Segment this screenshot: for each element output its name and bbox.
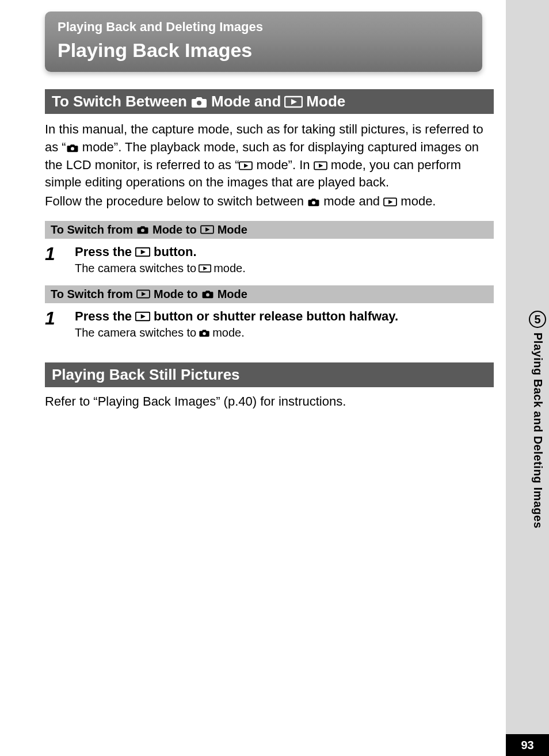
manual-page: 5 Playing Back and Deleting Images 93 Pl…	[0, 0, 549, 756]
text: button.	[154, 245, 197, 259]
playback-icon	[135, 311, 150, 322]
step-number: 1	[45, 245, 62, 275]
playback-icon	[383, 197, 397, 207]
text: mode and	[320, 194, 383, 208]
text: Mode	[306, 93, 345, 110]
camera-icon	[66, 143, 79, 152]
step-body: Press the button. The camera switches to…	[75, 245, 494, 275]
camera-icon	[136, 225, 149, 234]
svg-point-5	[312, 201, 315, 205]
content-area: Playing Back and Deleting Images Playing…	[45, 12, 494, 409]
playback-icon	[239, 161, 253, 170]
text: mode.	[212, 326, 245, 339]
svg-point-7	[141, 229, 144, 232]
text: Mode and	[211, 93, 281, 110]
text: Mode	[218, 223, 247, 236]
side-tab-label: Playing Back and Deleting Images	[531, 333, 544, 529]
section-bar-still-pictures: Playing Back Still Pictures	[45, 362, 494, 387]
banner-title: Playing Back Images	[58, 39, 470, 62]
text: Mode to	[152, 223, 197, 236]
text: Press the	[75, 245, 132, 259]
side-tab: 5 Playing Back and Deleting Images	[526, 311, 549, 587]
text: The camera switches to	[75, 326, 196, 339]
playback-icon	[136, 289, 150, 299]
playback-icon	[199, 264, 211, 273]
text: mode.	[397, 194, 436, 208]
step-body: Press the button or shutter release butt…	[75, 309, 494, 339]
body-paragraph: Follow the procedure below to switch bet…	[45, 193, 494, 211]
text: Press the	[75, 309, 132, 324]
text: Mode to	[154, 288, 198, 301]
step-number: 1	[45, 309, 62, 339]
text: Mode	[218, 288, 247, 301]
step-description: The camera switches to mode.	[75, 262, 494, 275]
step-row: 1 Press the button or shutter release bu…	[45, 309, 494, 339]
sub-bar-playback-to-camera: To Switch from Mode to Mode	[45, 285, 494, 303]
camera-icon	[201, 289, 214, 299]
text: Follow the procedure below to switch bet…	[45, 194, 307, 208]
playback-icon	[284, 96, 303, 108]
step-description: The camera switches to mode.	[75, 326, 494, 339]
text: To Switch from	[51, 288, 133, 301]
section-playing-back-still: Playing Back Still Pictures Refer to “Pl…	[45, 362, 494, 409]
sub-bar-camera-to-playback: To Switch from Mode to Mode	[45, 221, 494, 239]
playback-icon	[200, 225, 214, 234]
section-bar-switch-modes: To Switch Between Mode and Mode	[45, 89, 494, 114]
reference-text: Refer to “Playing Back Images” (p.40) fo…	[45, 394, 494, 409]
playback-icon	[314, 161, 327, 170]
banner-subtitle: Playing Back and Deleting Images	[58, 20, 470, 35]
svg-point-14	[203, 332, 206, 335]
camera-icon	[190, 96, 208, 108]
camera-icon	[199, 329, 210, 337]
svg-point-2	[71, 147, 74, 150]
text: To Switch Between	[52, 93, 187, 110]
body-paragraph: In this manual, the capture mode, such a…	[45, 121, 494, 192]
title-banner: Playing Back and Deleting Images Playing…	[45, 12, 482, 72]
step-row: 1 Press the button. The camera switches …	[45, 245, 494, 275]
chapter-number-badge: 5	[529, 311, 546, 328]
text: button or shutter release button halfway…	[154, 309, 398, 324]
svg-point-12	[206, 293, 209, 297]
text: To Switch from	[51, 223, 133, 236]
step-title: Press the button.	[75, 245, 494, 259]
text: The camera switches to	[75, 262, 196, 275]
text: mode”. In	[253, 158, 313, 172]
page-number: 93	[506, 734, 549, 756]
camera-icon	[307, 197, 320, 207]
playback-icon	[135, 247, 150, 257]
step-title: Press the button or shutter release butt…	[75, 309, 494, 324]
text: Playing Back Still Pictures	[52, 366, 240, 384]
text: mode.	[214, 262, 246, 275]
svg-point-0	[197, 101, 201, 105]
